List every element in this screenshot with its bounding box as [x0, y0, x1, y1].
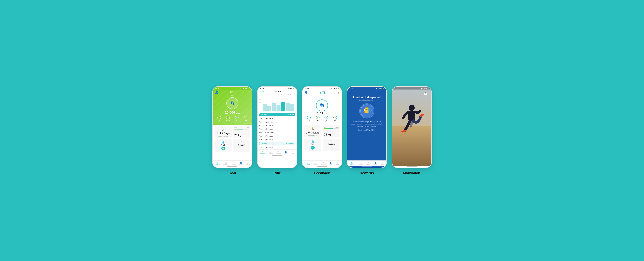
weekly-exercise-card: 🏃 2 of 3 Days weekly exercise [214, 126, 232, 138]
steps-wed[interactable]: Wed 10,005 steps ★ › [259, 131, 295, 134]
tab-f[interactable]: F [277, 94, 280, 96]
prev-arrow-3[interactable]: ‹ [304, 95, 321, 98]
nav-account-1[interactable]: ☰ Account [246, 162, 250, 165]
bar-fri: ★ [281, 102, 285, 111]
bottom-nav-2: ⊞ Dashboard ◎ Challenges ○ Guidance 👤 Fr… [258, 150, 297, 155]
status-bar-1: 22:16 ▲▲▲ WiFi 🔋 [213, 87, 252, 90]
dashboard-icon-2: ⊞ [262, 150, 263, 153]
chart-y-labels: 12k 10k 6k [259, 98, 261, 106]
nav-friends-3[interactable]: 👤 Friends [329, 162, 332, 165]
runner-icon-1: 🏃 [221, 127, 225, 131]
weight-bar-3: 65,6 80,2 [324, 127, 338, 132]
fork-icon-3: 🍴 [330, 140, 333, 143]
nav-friends-1[interactable]: 👤 Friends [239, 162, 243, 165]
steps-prev[interactable]: 19/8 4,667 steps › [259, 146, 295, 150]
dashboard-icon-3: ⊞ [306, 162, 308, 164]
status-time-1: 22:16 [215, 88, 219, 89]
status-icons-3: ▲▲ WiFi 🔋 [331, 88, 339, 89]
steps-mon[interactable]: Mon 9,284 steps › [259, 138, 295, 142]
nav-guidance-1[interactable]: ○ Guidance [232, 162, 236, 165]
status-time-4: 23:43 [350, 88, 354, 89]
nav-guidance-4[interactable]: ○ Guidance [366, 162, 370, 165]
tab-m[interactable]: M [264, 94, 266, 96]
feedback-section: 🏃 2 of 3 Days weekly exercise 65,6 80,2 [304, 125, 340, 138]
motivation-label: Motivation [403, 171, 420, 175]
share-icon-1[interactable]: ⬆ [248, 91, 250, 94]
water-icon-3: 💧 [311, 140, 314, 143]
expand-icon-2[interactable]: ⊞ [287, 94, 289, 96]
tab-t2[interactable]: T [274, 94, 276, 96]
goal-body: 🏃 2 of 3 Days weekly exercise 65,6 80,2 [213, 125, 252, 160]
tab-s2[interactable]: S [283, 94, 286, 96]
food-val-1: 0 cals in [238, 144, 245, 146]
tab-w[interactable]: W [270, 94, 273, 96]
nav-challenges-4[interactable]: ◎ Challenges [358, 162, 363, 165]
nav-dashboard-3[interactable]: ⊞ Dashboard [305, 162, 310, 165]
status-time-3: 20:19 [305, 88, 308, 89]
nav-dashboard-1[interactable]: ⊞ Dashboard [215, 162, 220, 165]
steps-icon-1: 👣 [230, 101, 235, 106]
weight-card-1: 65,6 80,2 75 kg [233, 126, 250, 138]
home-indicator-1 [227, 166, 237, 167]
status-bar-4: 23:43 ▲▲ WiFi 🔋 [347, 87, 386, 90]
add-water-btn-3[interactable]: + [311, 146, 315, 150]
water-row-3: 💧 0 ml + 🍴 0 cals in [304, 138, 340, 151]
jordan-logo [423, 92, 428, 96]
back-btn-4[interactable]: ‹ [349, 90, 350, 93]
water-val-3: 0 ml [311, 144, 314, 145]
steps-title: Steps [275, 90, 281, 93]
fork-icon-1: 🍴 [240, 140, 244, 144]
steps-count-1: 10,006 steps [225, 110, 240, 114]
runner-icon-3: 🏃 [311, 127, 315, 131]
nav-friends-4[interactable]: 👤 Friends [374, 162, 377, 165]
svg-rect-3 [366, 107, 368, 108]
stat-minutes-1: ⚡ 140 minutes [244, 116, 248, 122]
challenges-icon-2: ◎ [270, 150, 272, 153]
add-water-btn-1[interactable]: + [221, 146, 225, 150]
water-card-3: 💧 0 ml + [304, 138, 321, 151]
stat-floors-3: 🏢 5 floors [324, 116, 328, 122]
steps-thu[interactable]: Thu 6,432 steps › [259, 127, 295, 131]
steps-fri[interactable]: Fri 7,514 steps › [259, 124, 295, 127]
rewards-phone: 23:43 ▲▲ WiFi 🔋 ‹ London Underground 402… [347, 86, 387, 168]
home-indicator-5 [407, 166, 417, 167]
reward-title: London Underground [353, 96, 380, 99]
nav-friends-2[interactable]: 👤 Friends [284, 150, 288, 154]
reward-badge [359, 104, 374, 118]
steps-sat[interactable]: Sat 11,101 steps ★ › [259, 120, 295, 124]
challenges-icon-3: ◎ [315, 162, 316, 164]
nav-account-4[interactable]: ☰ Account [380, 162, 384, 165]
back-btn-2[interactable]: ‹ Back [260, 91, 264, 92]
share-icon-3[interactable]: ⬆ [338, 91, 340, 94]
next-arrow-3[interactable]: › [323, 95, 340, 98]
steps-tue[interactable]: Tue 9,747 steps › [259, 134, 295, 138]
nav-guidance-2[interactable]: ○ Guidance [276, 150, 281, 154]
steps-header: ‹ Back Steps ⚙ M T W T F S S ⊞ ⤢ [258, 90, 297, 97]
fullscreen-icon-2[interactable]: ⤢ [290, 94, 291, 96]
svg-point-15 [409, 105, 415, 111]
nav-challenges-2[interactable]: ◎ Challenges [268, 150, 273, 154]
tab-s1[interactable]: S [280, 94, 283, 96]
nav-account-3[interactable]: ☰ Account [336, 162, 339, 165]
gear-icon-2[interactable]: ⚙ [293, 90, 295, 93]
wed-star: ★ [273, 102, 274, 103]
nav-dashboard-4[interactable]: ⊞ Dashboard [350, 162, 354, 165]
weight-fill-3 [324, 128, 333, 129]
nav-challenges-3[interactable]: ◎ Challenges [313, 162, 318, 165]
goal-column: 22:16 ▲▲▲ WiFi 🔋 👤 fitbit ⬆ Today 👣 [212, 86, 252, 175]
tab-t1[interactable]: T [267, 94, 270, 96]
nav-challenges-1[interactable]: ◎ Challenges [223, 162, 228, 165]
chart-area: 12k 10k 6k ★ ★ [258, 97, 297, 112]
water-row-1: 💧 0 ml + 🍴 0 cals in [214, 139, 250, 152]
nav-guidance-3[interactable]: ○ Guidance [321, 162, 326, 165]
motivation-column: ▲▲ WiFi 🔋 [392, 86, 432, 175]
stat-cals-1: 🔥 2,900 cals [226, 116, 230, 122]
friends-icon-3: 👤 [329, 162, 332, 164]
rewards-label: Rewards [360, 171, 374, 175]
goal-sub-1: weekly exercise [218, 135, 228, 137]
steps-today[interactable]: Today 7,537 steps › [259, 117, 295, 120]
weight-value-3: 75 kg [324, 133, 338, 136]
nav-dashboard-2[interactable]: ⊞ Dashboard [260, 150, 265, 154]
nav-account-2[interactable]: ☰ Account [291, 150, 294, 154]
bar-mon [262, 104, 267, 111]
